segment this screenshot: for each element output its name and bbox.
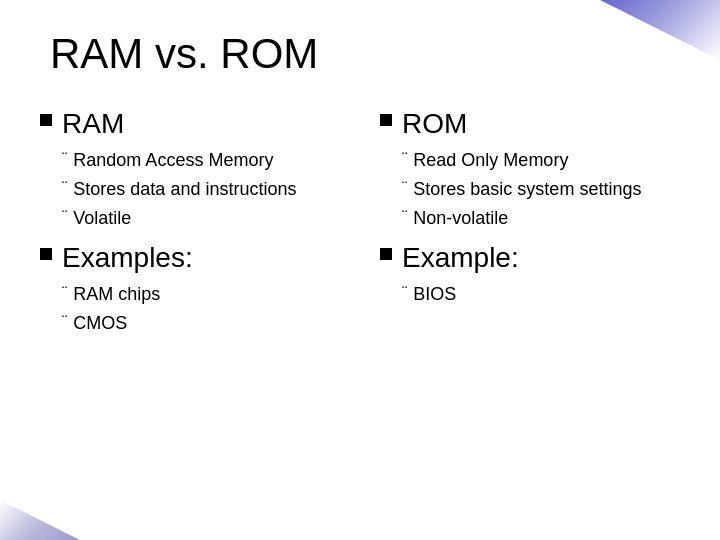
sub-marker-3: ¨ <box>62 208 67 226</box>
examples-label: Examples: <box>62 242 193 274</box>
example-sub-text-2: CMOS <box>73 311 127 336</box>
rom-sub-bullets: ¨ Read Only Memory ¨ Stores basic system… <box>402 148 680 232</box>
column-right: ROM ¨ Read Only Memory ¨ Stores basic sy… <box>360 108 680 342</box>
slide-content: RAM vs. ROM RAM ¨ Random Access Memory ¨… <box>0 0 720 540</box>
ram-sub-text-1: Random Access Memory <box>73 148 273 173</box>
rom-label: ROM <box>402 108 467 140</box>
ram-main-bullet: RAM <box>40 108 340 140</box>
rom-example-label: Example: <box>402 242 519 274</box>
sub-marker-1: ¨ <box>62 150 67 168</box>
rom-example-sub-marker-1: ¨ <box>402 284 407 302</box>
sub-marker-2: ¨ <box>62 179 67 197</box>
corner-decoration-bottom-left <box>0 500 80 540</box>
sub-marker-ex-1: ¨ <box>62 284 67 302</box>
bullet-square-ram <box>40 114 52 126</box>
ram-label: RAM <box>62 108 124 140</box>
bullet-square-examples <box>40 248 52 260</box>
rom-sub-text-1: Read Only Memory <box>413 148 568 173</box>
rom-example-sub-1: ¨ BIOS <box>402 282 680 307</box>
rom-example-sub-bullets: ¨ BIOS <box>402 282 680 307</box>
rom-main-bullet: ROM <box>380 108 680 140</box>
bullet-square-rom <box>380 114 392 126</box>
bullet-square-rom-example <box>380 248 392 260</box>
column-left: RAM ¨ Random Access Memory ¨ Stores data… <box>40 108 360 342</box>
rom-sub-marker-3: ¨ <box>402 208 407 226</box>
rom-sub-text-2: Stores basic system settings <box>413 177 641 202</box>
rom-example-sub-text-1: BIOS <box>413 282 456 307</box>
columns-container: RAM ¨ Random Access Memory ¨ Stores data… <box>40 108 680 342</box>
sub-marker-ex-2: ¨ <box>62 313 67 331</box>
example-sub-2: ¨ CMOS <box>62 311 340 336</box>
example-sub-1: ¨ RAM chips <box>62 282 340 307</box>
ram-sub-text-3: Volatile <box>73 206 131 231</box>
example-sub-text-1: RAM chips <box>73 282 160 307</box>
rom-sub-marker-2: ¨ <box>402 179 407 197</box>
examples-sub-bullets: ¨ RAM chips ¨ CMOS <box>62 282 340 336</box>
examples-main-bullet: Examples: <box>40 242 340 274</box>
rom-sub-marker-1: ¨ <box>402 150 407 168</box>
ram-sub-3: ¨ Volatile <box>62 206 340 231</box>
ram-sub-1: ¨ Random Access Memory <box>62 148 340 173</box>
rom-example-main-bullet: Example: <box>380 242 680 274</box>
rom-sub-2: ¨ Stores basic system settings <box>402 177 680 202</box>
ram-sub-2: ¨ Stores data and instructions <box>62 177 340 202</box>
ram-sub-bullets: ¨ Random Access Memory ¨ Stores data and… <box>62 148 340 232</box>
slide-title: RAM vs. ROM <box>50 30 680 78</box>
ram-sub-text-2: Stores data and instructions <box>73 177 296 202</box>
rom-sub-text-3: Non-volatile <box>413 206 508 231</box>
rom-sub-1: ¨ Read Only Memory <box>402 148 680 173</box>
rom-sub-3: ¨ Non-volatile <box>402 206 680 231</box>
